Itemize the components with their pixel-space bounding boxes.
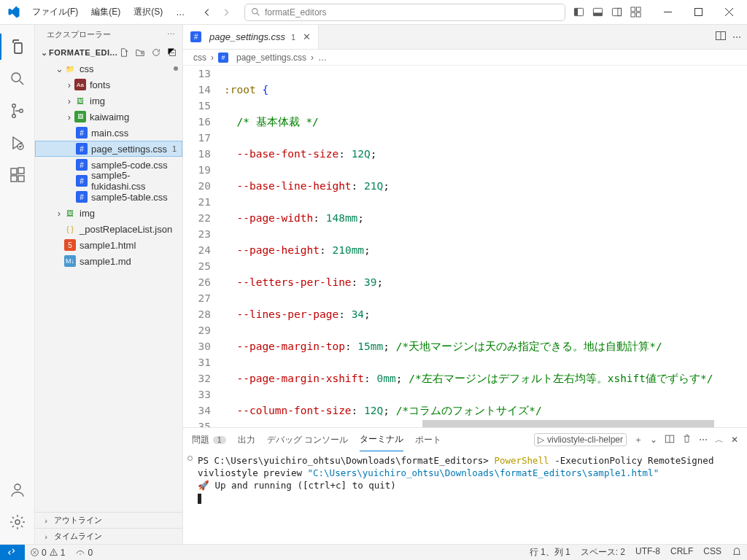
layout-secondary-side-icon[interactable] [608, 4, 626, 21]
section-outline[interactable]: ›アウトライン [35, 512, 182, 528]
svg-point-14 [12, 114, 15, 118]
svg-rect-10 [637, 12, 641, 17]
terminal-chevron-down-icon[interactable]: ⌄ [650, 435, 657, 445]
svg-point-15 [19, 109, 23, 113]
workspace-folder-header[interactable]: ⌄ FORMATE_EDI... [35, 44, 182, 61]
tree-folder-fonts[interactable]: ›Aafonts [35, 77, 182, 93]
status-ports[interactable]: 0 [70, 545, 98, 560]
activity-run-debug[interactable] [0, 127, 35, 159]
panel-close-icon[interactable]: ✕ [731, 435, 738, 445]
terminal-split-icon[interactable] [665, 434, 675, 446]
svg-rect-11 [695, 9, 703, 16]
menu-select[interactable]: 選択(S) [128, 3, 169, 21]
refresh-icon[interactable] [150, 46, 163, 59]
status-remote-button[interactable] [0, 545, 25, 560]
svg-rect-18 [11, 176, 17, 182]
activity-search[interactable] [0, 63, 35, 95]
status-language[interactable]: CSS [698, 546, 727, 556]
activity-bar [0, 25, 35, 544]
panel-maximize-icon[interactable]: ︿ [715, 434, 724, 446]
tree-file-s1html[interactable]: 5sample1.html [35, 237, 182, 253]
explorer-title: エクスプローラー [47, 29, 167, 40]
tab-pagesettings[interactable]: # page_settings.css1 ✕ [183, 25, 319, 49]
menu-file[interactable]: ファイル(F) [26, 3, 84, 21]
tree-folder-css[interactable]: ⌄📁css [35, 61, 182, 77]
svg-rect-7 [631, 7, 635, 12]
svg-point-13 [12, 104, 15, 108]
editor-more-icon[interactable]: ⋯ [732, 32, 741, 42]
window-close-button[interactable] [715, 1, 744, 23]
command-center-search[interactable]: formatE_editors [244, 4, 565, 21]
svg-rect-6 [618, 8, 622, 15]
horizontal-scrollbar[interactable] [422, 420, 714, 427]
svg-rect-17 [11, 168, 17, 174]
menu-more[interactable]: … [170, 4, 190, 20]
svg-point-21 [15, 484, 20, 490]
tree-file-s5table[interactable]: #sample5-table.css [35, 189, 182, 205]
nav-forward-button[interactable] [218, 4, 234, 20]
panel-tab-output[interactable]: 出力 [238, 428, 255, 451]
status-encoding[interactable]: UTF-8 [630, 546, 665, 556]
terminal-trash-icon[interactable] [682, 434, 692, 446]
svg-rect-9 [631, 12, 635, 17]
layout-panel-icon[interactable] [589, 4, 607, 21]
activity-explorer[interactable] [0, 31, 35, 63]
search-text: formatE_editors [265, 7, 327, 18]
sidebar-explorer: エクスプローラー ⋯ ⌄ FORMATE_EDI... ⌄📁css ›Aafon… [35, 25, 183, 544]
tree-file-maincss[interactable]: #main.css [35, 125, 182, 141]
svg-rect-19 [18, 176, 24, 182]
tree-file-postreplace[interactable]: { }_postReplaceList.json [35, 221, 182, 237]
svg-rect-4 [594, 12, 603, 15]
panel-tab-ports[interactable]: ポート [415, 428, 441, 451]
status-errors[interactable]: 01 [25, 545, 70, 560]
panel-tab-problems[interactable]: 問題1 [192, 428, 226, 451]
terminal-more-icon[interactable]: ⋯ [699, 435, 708, 445]
terminal-task-label[interactable]: ▷vivliostyle-cli-helper [534, 433, 627, 446]
editor-tabs: # page_settings.css1 ✕ ⋯ [183, 25, 747, 50]
window-maximize-button[interactable] [684, 1, 713, 23]
svg-point-0 [252, 9, 258, 14]
tree-folder-img1[interactable]: ›🖼img [35, 93, 182, 109]
tree-file-s1md[interactable]: M↓sample1.md [35, 253, 182, 269]
status-notifications-icon[interactable] [727, 546, 747, 556]
status-position[interactable]: 行 1、列 1 [525, 546, 576, 559]
menu-edit[interactable]: 編集(E) [85, 3, 126, 21]
tree-file-pagesettings[interactable]: #page_settings.css1 [35, 141, 182, 157]
svg-rect-8 [637, 7, 641, 12]
window-minimize-button[interactable] [654, 1, 683, 23]
tree-folder-kaiwaimg[interactable]: ›🖼kaiwaimg [35, 109, 182, 125]
customize-layout-icon[interactable] [627, 4, 645, 21]
svg-rect-2 [575, 8, 578, 15]
bottom-panel: 問題1 出力 デバッグ コンソール ターミナル ポート ▷vivliostyle… [183, 427, 747, 544]
layout-primary-side-icon[interactable] [570, 4, 588, 21]
svg-rect-20 [18, 168, 24, 174]
section-timeline[interactable]: ›タイムライン [35, 528, 182, 544]
split-editor-icon[interactable] [715, 30, 727, 44]
terminal-content[interactable]: PS C:\Users\yuichiro_ohtsu\Downloads\for… [183, 451, 747, 544]
explorer-more-icon[interactable]: ⋯ [167, 30, 175, 39]
terminal-new-icon[interactable]: ＋ [634, 434, 643, 446]
svg-point-12 [12, 73, 20, 82]
code-content: :root { /* 基本体裁 */ --base-font-size: 12Q… [224, 66, 747, 427]
activity-settings[interactable] [0, 506, 35, 538]
tab-close-icon[interactable]: ✕ [303, 31, 311, 42]
breadcrumb[interactable]: css› #page_settings.css› … [183, 50, 747, 66]
search-icon [251, 7, 260, 17]
collapse-all-icon[interactable] [166, 46, 179, 59]
new-folder-icon[interactable] [133, 46, 147, 59]
panel-tab-terminal[interactable]: ターミナル [360, 428, 403, 451]
activity-accounts[interactable] [0, 474, 35, 506]
title-bar: ファイル(F) 編集(E) 選択(S) … formatE_editors [0, 0, 747, 25]
activity-source-control[interactable] [0, 95, 35, 127]
new-file-icon[interactable] [117, 46, 131, 59]
tree-folder-img2[interactable]: ›🖼img [35, 205, 182, 221]
nav-back-button[interactable] [199, 4, 215, 20]
status-eol[interactable]: CRLF [665, 546, 698, 556]
status-spaces[interactable]: スペース: 2 [576, 546, 630, 559]
file-tree: ⌄📁css ›Aafonts ›🖼img ›🖼kaiwaimg #main.cs… [35, 61, 182, 269]
panel-tab-debug[interactable]: デバッグ コンソール [267, 428, 348, 451]
code-editor[interactable]: 1314151617181920212223242526272829303132… [183, 66, 747, 427]
status-bar: 01 0 行 1、列 1 スペース: 2 UTF-8 CRLF CSS [0, 544, 747, 560]
activity-extensions[interactable] [0, 159, 35, 191]
tree-file-s5fuki[interactable]: #sample5-fukidashi.css [35, 173, 182, 189]
